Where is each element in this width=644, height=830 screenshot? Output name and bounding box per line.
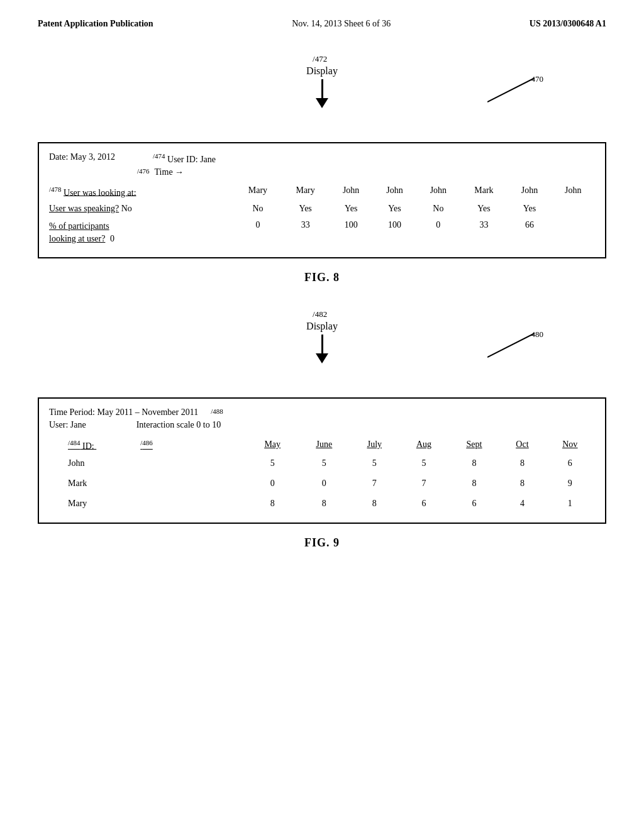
svg-line-1 xyxy=(487,333,535,357)
fig8-display-area: /472 Display 470 xyxy=(38,54,606,136)
fig8-table: /478 User was looking at: Mary Mary John… xyxy=(49,182,595,248)
fig9-cell: 7 xyxy=(350,473,399,494)
svg-line-0 xyxy=(487,78,535,102)
fig8-row3-first: 0 xyxy=(110,234,114,243)
fig9-cell: 6 xyxy=(399,494,448,514)
fig9-arrow-down xyxy=(316,335,328,363)
fig9-col-sept: Sept xyxy=(449,436,500,454)
fig8-data-box: Date: May 3, 2012 /474 User ID: Jane /47… xyxy=(38,142,606,258)
fig8-row1-mark: Mark xyxy=(460,182,508,201)
page: Patent Application Publication Nov. 14, … xyxy=(0,0,644,830)
header-right: US 2013/0300648 A1 xyxy=(530,19,606,29)
fig8-row3-label: % of participantslooking at user? xyxy=(49,221,109,243)
table-row: /478 User was looking at: Mary Mary John… xyxy=(49,182,595,201)
fig8-row1-label: User was looking at: xyxy=(64,187,136,197)
page-header: Patent Application Publication Nov. 14, … xyxy=(38,19,606,29)
fig9-cell: 5 xyxy=(399,453,448,473)
fig8-box-line2: /476 Time → xyxy=(49,167,595,177)
table-row: Mark0077889 xyxy=(49,473,595,494)
ref-476: /476 xyxy=(137,167,150,177)
fig9-cell: 8 xyxy=(350,494,399,514)
fig9-cell: 0 xyxy=(247,473,298,494)
fig8-row2-yes5: Yes xyxy=(508,201,551,217)
fig8-row3-33-1: 33 xyxy=(282,217,330,248)
fig8-row3-66: 66 xyxy=(508,217,551,248)
fig9-cell: 8 xyxy=(499,453,545,473)
fig9-cell: 8 xyxy=(298,494,350,514)
fig9-cell: 7 xyxy=(399,473,448,494)
fig8-row1-john2: John xyxy=(373,182,416,201)
fig9-col-june: June xyxy=(298,436,350,454)
fig9-col-july: July xyxy=(350,436,399,454)
fig9-interaction-scale: Interaction scale 0 to 10 xyxy=(136,420,221,430)
fig9-box-line1: Time Period: May 2011 – November 2011 /4… xyxy=(49,407,595,418)
fig8-row3-0: 0 xyxy=(234,217,282,248)
fig8-row3-33-2: 33 xyxy=(460,217,508,248)
header-center: Nov. 14, 2013 Sheet 6 of 36 xyxy=(292,19,391,29)
fig8-row1-mary1: Mary xyxy=(234,182,282,201)
fig9-caption: FIG. 9 xyxy=(38,536,606,550)
fig8-userid-block: /474 User ID: Jane xyxy=(153,152,216,165)
fig8-caption: FIG. 8 xyxy=(38,271,606,284)
fig9-col-nov: Nov xyxy=(545,436,595,454)
fig8-time-arrow: Time → xyxy=(155,167,184,177)
ref-486: /486 xyxy=(140,439,153,446)
fig8-row1-john1: John xyxy=(329,182,372,201)
fig9-row-id: Mark xyxy=(49,473,247,494)
fig8-row2-no2: No xyxy=(416,201,460,217)
fig9-col-may: May xyxy=(247,436,298,454)
fig8-box-line1: Date: May 3, 2012 /474 User ID: Jane xyxy=(49,152,595,165)
fig9-cell: 9 xyxy=(545,473,595,494)
table-row: /484 ID: /486 May June July Aug Sept Oct… xyxy=(49,436,595,454)
fig9-cell: 5 xyxy=(247,453,298,473)
fig8-display-box: /472 Display xyxy=(306,54,338,108)
fig9-cell: 1 xyxy=(545,494,595,514)
fig8-arrow-down xyxy=(316,79,328,108)
fig8-row1-john3: John xyxy=(416,182,460,201)
fig8-row3-100-1: 100 xyxy=(329,217,372,248)
header-left: Patent Application Publication xyxy=(38,19,153,29)
table-row: Mary8886641 xyxy=(49,494,595,514)
fig9-box-line2: User: Jane Interaction scale 0 to 10 xyxy=(49,420,595,430)
fig9-table: /484 ID: /486 May June July Aug Sept Oct… xyxy=(49,436,595,514)
table-row: % of participantslooking at user? 0 0 33… xyxy=(49,217,595,248)
table-row: User was speaking? No No Yes Yes Yes No … xyxy=(49,201,595,217)
fig8-row2-yes4: Yes xyxy=(460,201,508,217)
fig9-cell: 5 xyxy=(298,453,350,473)
fig9-col-oct: Oct xyxy=(499,436,545,454)
fig8-row2-yes1: Yes xyxy=(282,201,330,217)
fig9-user: User: Jane xyxy=(49,420,86,430)
fig9-col-aug: Aug xyxy=(399,436,448,454)
fig8-row2-no-first: No xyxy=(121,204,132,213)
fig8-row3-0-2: 0 xyxy=(416,217,460,248)
fig9-cell: 6 xyxy=(449,494,500,514)
fig8-section: /472 Display 470 xyxy=(38,54,606,284)
fig8-row2-yes3: Yes xyxy=(373,201,416,217)
ref-478: /478 xyxy=(49,185,62,193)
fig8-row2-label: User was speaking? xyxy=(49,204,119,213)
fig9-cell: 8 xyxy=(449,473,500,494)
fig8-date: Date: May 3, 2012 xyxy=(49,152,115,165)
fig9-row-id: John xyxy=(49,453,247,473)
fig9-cell: 6 xyxy=(545,453,595,473)
ref-474: /474 xyxy=(153,152,165,160)
fig8-display-label: Display xyxy=(306,65,338,77)
fig9-cell: 5 xyxy=(350,453,399,473)
fig8-row3-100-2: 100 xyxy=(373,217,416,248)
fig8-userid: User ID: Jane xyxy=(167,155,216,164)
fig8-row2-no: No xyxy=(234,201,282,217)
fig9-cell: 8 xyxy=(449,453,500,473)
fig9-time-period: Time Period: May 2011 – November 2011 xyxy=(49,407,198,418)
ref-488: /488 xyxy=(211,407,223,418)
fig9-cell: 0 xyxy=(298,473,350,494)
fig9-display-box: /482 Display xyxy=(306,309,338,363)
table-row: John5555886 xyxy=(49,453,595,473)
fig9-cell: 4 xyxy=(499,494,545,514)
ref-470: 470 xyxy=(531,73,544,84)
fig9-display-label: Display xyxy=(306,321,338,332)
fig9-display-area: /482 Display 480 xyxy=(38,309,606,391)
fig9-col-id-header: /484 ID: /486 xyxy=(49,436,247,454)
ref-482: /482 xyxy=(313,309,327,319)
ref-472: /472 xyxy=(313,54,327,64)
fig9-section: /482 Display 480 xyxy=(38,309,606,550)
